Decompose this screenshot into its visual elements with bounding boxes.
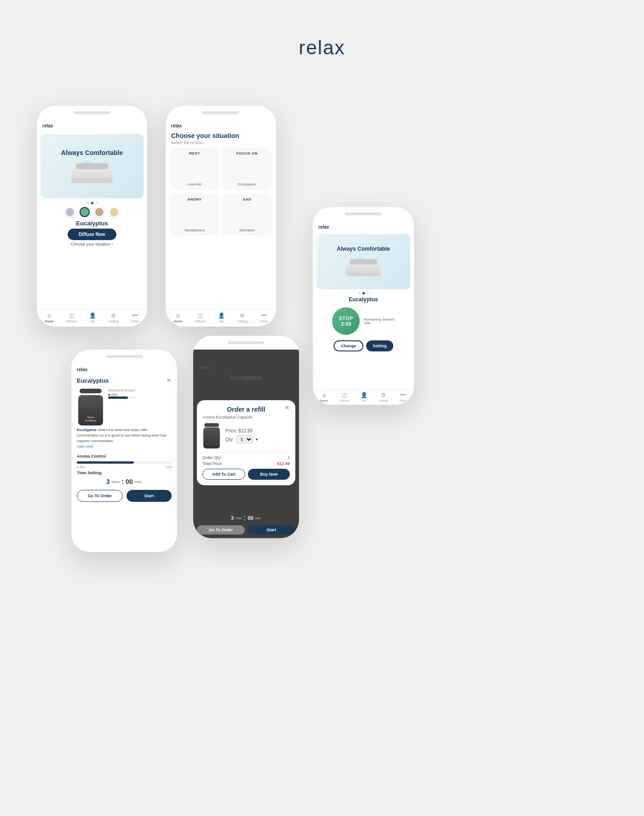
phone5-order-button[interactable]: Go To Order	[197, 525, 245, 534]
aroma-label-focus: FOCUS ON	[226, 151, 268, 155]
color-mandarin[interactable]	[109, 207, 119, 217]
phone3-hero-title: Always Comfortable	[337, 246, 390, 252]
jar-body-mandarin	[239, 208, 255, 226]
phone4-time-setting-label: Time Setting	[71, 469, 177, 476]
nav-setting[interactable]: ⚙ Setting	[109, 312, 119, 323]
p2-more-icon: •••	[261, 312, 267, 319]
jar-lid-sandalwood	[187, 203, 202, 207]
dot-2[interactable]	[91, 202, 93, 204]
change-button[interactable]: Change	[334, 340, 363, 351]
diffuser-icon: ◫	[68, 312, 75, 319]
diffuse-now-button[interactable]: Diffuse Now	[68, 229, 116, 240]
aroma-card-focus[interactable]: FOCUS ON Eucalyptus	[223, 148, 271, 190]
phone4-remaining-label: Remaining amount	[108, 389, 172, 392]
p2-setting-icon: ⚙	[239, 312, 246, 319]
phone3-dot-1[interactable]	[358, 292, 361, 294]
phone4-jar-body: AromaEucalyptus	[78, 395, 103, 425]
phone4-order-button[interactable]: Go To Order	[77, 490, 123, 502]
p2-nav-home[interactable]: ⌂ Home	[174, 312, 183, 323]
color-eucalyptus[interactable]	[80, 207, 90, 217]
phone4-learn-more[interactable]: Learn more	[77, 445, 93, 448]
color-lavender[interactable]	[65, 207, 75, 217]
phone-home: relax Always Comfortable	[37, 106, 147, 327]
aroma-jar-sandalwood	[185, 203, 204, 226]
nav-home-label: Home	[45, 320, 54, 323]
phone4-desc-bold: Eucalyptus	[77, 428, 97, 432]
aroma-card-angry[interactable]: ANGRY Sandalwood	[170, 194, 219, 236]
p3-more-icon: •••	[400, 392, 406, 398]
p3-nav-setting[interactable]: ⚙ Setting	[379, 392, 388, 402]
aroma-grid: REST Laverder FOCUS ON Eucalyptus ANGRY	[166, 148, 276, 236]
color-sandalwood[interactable]	[94, 207, 104, 217]
p2-nav-setting[interactable]: ⚙ Setting	[237, 312, 247, 323]
phone4-min-value: 00	[126, 478, 133, 485]
jar-body-sandalwood	[186, 208, 203, 226]
stop-button[interactable]: STOP 2:59	[332, 307, 360, 335]
phone4-aroma-slider[interactable]	[77, 461, 172, 464]
phone5-modal-title: Order a refill	[202, 406, 290, 413]
p3-nav-my-label: My	[362, 399, 366, 402]
phone5-close-button[interactable]: ✕	[284, 404, 290, 411]
aroma-label-angry: ANGRY	[174, 197, 215, 201]
aroma-name-mandarin: Mandarin	[226, 228, 268, 232]
phone4-slider-labels: A little A lot	[71, 465, 177, 469]
p3-nav-my[interactable]: 👤 My	[361, 392, 367, 402]
nav-my[interactable]: 👤 My	[90, 312, 96, 323]
phone5-qty-label: Qty:	[225, 437, 234, 442]
dot-1[interactable]	[87, 202, 89, 204]
p2-diffuser-icon: ◫	[197, 312, 203, 319]
home-icon: ⌂	[46, 312, 52, 319]
phone3-bottom-nav: ⌂ Home ◫ Diffuser 👤 My ⚙ Setting ••• Oth…	[313, 390, 414, 405]
nav-other[interactable]: ••• Other	[131, 312, 139, 323]
phone3-dot-3[interactable]	[367, 292, 369, 294]
phone5-total-row: Total Price $12.99	[202, 461, 290, 466]
phone4-close-button[interactable]: ✕	[166, 377, 172, 384]
p2-nav-other[interactable]: ••• Other	[260, 312, 268, 323]
p3-nav-home[interactable]: ⌂ Home	[321, 392, 328, 402]
phone4-progress-bar	[108, 397, 136, 399]
phone4-slider-max: A lot	[165, 465, 172, 469]
phone4-jar-lid	[80, 389, 102, 393]
p2-nav-my-label: My	[219, 320, 224, 323]
p3-nav-diffuser[interactable]: ◫ Diffuser	[339, 392, 349, 402]
phone3-dots	[313, 292, 414, 294]
phone5-order-qty-val: 1	[288, 455, 290, 460]
hero-card: Always Comfortable	[40, 134, 144, 198]
aroma-name-lavender: Laverder	[174, 182, 215, 186]
aroma-label-rest: REST	[174, 151, 215, 155]
product-name: Eucalyptus	[37, 220, 147, 227]
p2-nav-diffuser[interactable]: ◫ Diffuser	[195, 312, 206, 323]
phone5-time-row: 3 hour : 00 min.	[193, 514, 299, 522]
p2-nav-my[interactable]: 👤 My	[218, 312, 225, 323]
dot-3[interactable]	[95, 202, 98, 204]
jar-lid-eucalyptus	[240, 157, 254, 161]
phone5-total-val: $12.99	[277, 461, 290, 466]
color-selector	[37, 207, 147, 217]
phone5-start-button[interactable]: Start	[247, 525, 295, 534]
phone5-order-qty-row: Order Qty: 1	[202, 455, 290, 460]
aroma-card-rest[interactable]: REST Laverder	[170, 148, 219, 190]
phone4-separator: :	[121, 478, 124, 485]
phone5-buy-now-button[interactable]: Buy Now	[248, 469, 290, 480]
aroma-card-sad[interactable]: SAD Mandarin	[223, 194, 271, 236]
phone4-start-button[interactable]: Start	[126, 490, 172, 502]
jar-body-eucalyptus	[239, 162, 255, 180]
phone4-aroma-control-label: Aroma Control	[71, 452, 177, 460]
phone5-add-to-cart-button[interactable]: Add To Cart	[202, 469, 245, 480]
nav-diffuser[interactable]: ◫ Diffuser	[66, 312, 77, 323]
phone5-modal-subtitle: Aroma Eucalyptus Capsule	[202, 415, 290, 419]
phone3-dot-2[interactable]	[362, 292, 365, 294]
choose-situation-link[interactable]: Choose your situation ›	[37, 242, 147, 247]
phone5-qty-select[interactable]: 1 2 3	[236, 435, 253, 443]
phone4-slider-min: A little	[77, 465, 86, 469]
bottom-nav: ⌂ Home ◫ Diffuser 👤 My ⚙ Setting ••• Oth…	[37, 309, 147, 327]
phone5-price: Price: $12.99	[225, 428, 290, 433]
setting-button[interactable]: Setting	[366, 340, 393, 351]
app-title: relax	[0, 0, 644, 77]
p3-nav-other[interactable]: ••• Other	[399, 392, 406, 402]
phone-order: relax Eucalyptus ✕ Order a refill Aroma …	[193, 336, 299, 538]
phone5-jar-body	[203, 427, 220, 448]
phone-situation: relax Choose your situation Select the A…	[166, 106, 276, 327]
diffuser-body	[71, 169, 113, 183]
nav-home[interactable]: ⌂ Home	[45, 312, 54, 323]
